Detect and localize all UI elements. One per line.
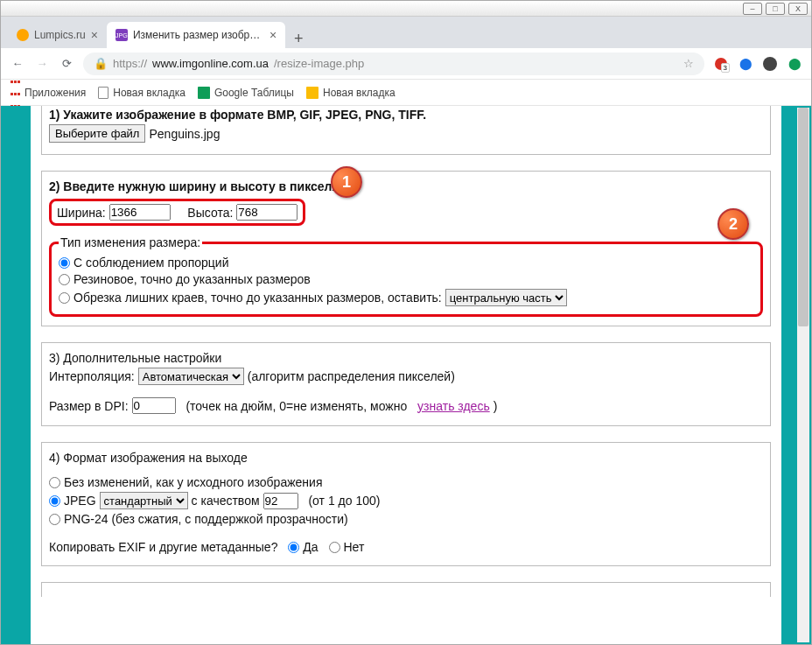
bookmark-label: Новая вкладка bbox=[323, 87, 396, 99]
jpeg-hint: (от 1 до 100) bbox=[308, 494, 380, 508]
section-3: 3) Дополнительные настройки Интерполяция… bbox=[41, 342, 771, 426]
window-close[interactable]: X bbox=[788, 3, 808, 15]
bookmark-label: Google Таблицы bbox=[214, 87, 294, 99]
radio-format-same[interactable] bbox=[49, 477, 60, 488]
radio-label: PNG-24 (без сжатия, с поддержкой прозрач… bbox=[64, 512, 348, 526]
bookmark-label: Приложения bbox=[24, 87, 86, 99]
viewport: 1) Укажите изображение в формате BMP, GI… bbox=[1, 106, 811, 644]
section-1-title: 1) Укажите изображение в формате BMP, GI… bbox=[49, 108, 426, 122]
extension-icon-4[interactable]: ⬤ bbox=[787, 56, 802, 72]
bookmark-sheets[interactable]: Google Таблицы bbox=[198, 87, 294, 99]
file-icon bbox=[98, 87, 108, 99]
radio-format-jpeg[interactable] bbox=[49, 495, 60, 507]
file-icon bbox=[306, 87, 318, 99]
dpi-hint-1: (точек на дюйм, 0=не изменять, можно bbox=[186, 399, 407, 413]
radio-exif-yes[interactable] bbox=[288, 542, 299, 553]
bookmark-newtab-1[interactable]: Новая вкладка bbox=[98, 87, 186, 99]
dimensions-row: Ширина: Высота: bbox=[49, 199, 305, 226]
radio-label: С соблюдением пропорций bbox=[74, 256, 228, 270]
section-4-title: 4) Формат изображения на выходе bbox=[49, 451, 248, 465]
window-maximize[interactable]: □ bbox=[766, 3, 785, 15]
extension-icon-2[interactable]: ⬤ bbox=[738, 56, 753, 72]
width-input[interactable] bbox=[109, 204, 171, 221]
url-field[interactable]: 🔒 https://www.imgonline.com.ua/resize-im… bbox=[83, 53, 704, 75]
url-protocol: https:// bbox=[113, 57, 147, 70]
avatar-icon[interactable] bbox=[762, 56, 778, 72]
side-stripe-left bbox=[1, 106, 31, 644]
jpg-icon: JPG bbox=[116, 29, 128, 41]
dpi-hint-2: ) bbox=[494, 399, 498, 413]
window-titlebar: – □ X bbox=[1, 1, 811, 17]
dpi-input[interactable] bbox=[132, 397, 176, 414]
sheets-icon bbox=[198, 87, 210, 99]
scroll-thumb[interactable] bbox=[798, 108, 808, 326]
radio-label: Да bbox=[303, 540, 318, 554]
address-bar: ← → ⟳ 🔒 https://www.imgonline.com.ua/res… bbox=[1, 48, 811, 80]
annotation-badge-2: 2 bbox=[718, 208, 749, 240]
orange-icon bbox=[17, 29, 29, 41]
radio-proportional[interactable] bbox=[59, 257, 70, 269]
choose-file-button[interactable]: Выберите файл bbox=[49, 124, 145, 143]
url-host: www.imgonline.com.ua bbox=[152, 57, 269, 70]
tab-lumpics[interactable]: Lumpics.ru × bbox=[8, 22, 107, 48]
dpi-link[interactable]: узнать здесь bbox=[417, 399, 490, 413]
section-2-title: 2) Введите нужную ширину и высоту в пикс… bbox=[49, 179, 349, 193]
radio-label: Резиновое, точно до указанных размеров bbox=[74, 272, 311, 286]
bookmark-newtab-2[interactable]: Новая вкладка bbox=[306, 87, 396, 99]
new-tab-button[interactable]: + bbox=[285, 30, 312, 48]
lock-icon: 🔒 bbox=[94, 57, 108, 70]
radio-format-png[interactable] bbox=[49, 514, 60, 525]
tab-strip: Lumpics.ru × JPG Изменить размер изображ… bbox=[1, 17, 811, 48]
close-icon[interactable]: × bbox=[270, 28, 276, 42]
annotation-badge-1: 1 bbox=[331, 166, 362, 198]
jpeg-quality-select[interactable]: стандартный bbox=[100, 492, 188, 509]
jpeg-quality-label: с качеством bbox=[192, 494, 260, 508]
radio-stretch[interactable] bbox=[59, 274, 70, 285]
window-minimize[interactable]: – bbox=[743, 3, 762, 15]
radio-exif-no[interactable] bbox=[329, 542, 340, 553]
tab-label: Lumpics.ru bbox=[34, 29, 86, 41]
bookmark-label: Новая вкладка bbox=[113, 87, 186, 99]
interp-select[interactable]: Автоматическая bbox=[138, 368, 244, 385]
section-1: 1) Укажите изображение в формате BMP, GI… bbox=[41, 106, 771, 155]
section-3-title: 3) Дополнительные настройки bbox=[49, 351, 221, 365]
height-input[interactable] bbox=[236, 204, 298, 221]
chosen-filename: Penguins.jpg bbox=[149, 127, 220, 141]
dpi-label: Размер в DPI: bbox=[49, 399, 129, 413]
section-5-partial bbox=[41, 582, 771, 597]
radio-label: Обрезка лишних краев, точно до указанных… bbox=[74, 291, 442, 305]
url-path: /resize-image.php bbox=[274, 57, 364, 70]
width-label: Ширина: bbox=[57, 206, 106, 220]
section-4: 4) Формат изображения на выходе Без изме… bbox=[41, 442, 771, 566]
extension-icon-1[interactable]: 3 bbox=[713, 56, 729, 72]
close-icon[interactable]: × bbox=[91, 28, 98, 42]
tab-imgonline[interactable]: JPG Изменить размер изображения × bbox=[107, 22, 285, 48]
interp-label: Интерполяция: bbox=[49, 369, 135, 383]
star-icon[interactable]: ☆ bbox=[683, 57, 694, 70]
jpeg-quality-input[interactable] bbox=[263, 493, 298, 509]
crop-position-select[interactable]: центральную часть bbox=[445, 289, 567, 306]
interp-hint: (алгоритм распределения пикселей) bbox=[248, 369, 455, 383]
radio-label: Нет bbox=[344, 540, 365, 554]
section-2: 2) Введите нужную ширину и высоту в пикс… bbox=[41, 171, 771, 326]
radio-crop[interactable] bbox=[59, 292, 70, 304]
main-content: 1) Укажите изображение в формате BMP, GI… bbox=[31, 106, 781, 644]
reload-button[interactable]: ⟳ bbox=[59, 56, 74, 72]
resize-type-legend: Тип изменения размера: bbox=[59, 235, 202, 249]
bookmarks-bar: Приложения Новая вкладка Google Таблицы … bbox=[1, 80, 811, 106]
radio-label: Без изменений, как у исходного изображен… bbox=[64, 475, 322, 489]
height-label: Высота: bbox=[187, 206, 233, 220]
scrollbar[interactable] bbox=[797, 108, 809, 642]
exif-label: Копировать EXIF и другие метаданные? bbox=[49, 540, 277, 554]
jpeg-label: JPEG bbox=[64, 494, 96, 508]
forward-button[interactable]: → bbox=[34, 56, 50, 72]
resize-type-fieldset: Тип изменения размера: С соблюдением про… bbox=[49, 235, 763, 317]
back-button[interactable]: ← bbox=[10, 56, 25, 72]
tab-label: Изменить размер изображения bbox=[133, 29, 264, 41]
